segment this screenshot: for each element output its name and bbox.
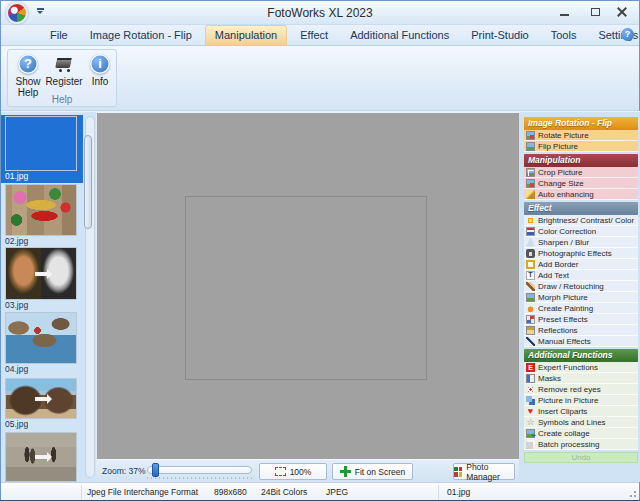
sidebar-scrollbar[interactable]	[85, 116, 95, 478]
insert-cliparts-icon	[526, 407, 535, 416]
undo-button[interactable]: Undo	[524, 452, 638, 463]
fit-on-screen-button[interactable]: Fit on Screen	[332, 463, 413, 480]
thumbnail-image-05	[5, 378, 77, 419]
panel-item-remove-red-eyes[interactable]: Remove red eyes	[524, 384, 638, 395]
before-after-arrow	[35, 272, 47, 276]
thumbnail-filename: 04.jpg	[5, 364, 83, 375]
panel-item-reflections[interactable]: Reflections	[524, 325, 638, 336]
menu-tab-bar: File Image Rotation - Flip Manipulation …	[1, 25, 639, 46]
status-separator	[438, 485, 439, 499]
app-window: FotoWorks XL 2023 File Image Rotation - …	[0, 0, 640, 501]
zoom-100-icon	[275, 467, 286, 476]
thumbnail-image-01	[5, 116, 77, 171]
tab-image-rotation-flip[interactable]: Image Rotation - Flip	[81, 26, 201, 45]
panel-item-insert-cliparts[interactable]: Insert Cliparts	[524, 406, 638, 417]
panel-item-draw-retouching[interactable]: Draw / Retouching	[524, 281, 638, 292]
minimize-icon	[560, 14, 569, 16]
section-header-manipulation: Manipulation	[524, 154, 638, 167]
panel-item-color-correction[interactable]: Color Correction	[524, 226, 638, 237]
thumbnail-item-03[interactable]: 03.jpg	[1, 246, 83, 312]
sidebar-scrollbar-thumb[interactable]	[84, 135, 92, 229]
panel-item-flip-picture[interactable]: Flip Picture	[524, 141, 638, 152]
status-file-type: JPEG	[326, 487, 348, 497]
panel-item-rotate-picture[interactable]: Rotate Picture	[524, 130, 638, 141]
before-after-arrow	[35, 397, 47, 401]
maximize-icon	[591, 8, 600, 16]
panel-item-brightness-contrast-color[interactable]: Brightness/ Contrast/ Color	[524, 215, 638, 226]
register-button[interactable]: Register	[46, 52, 82, 98]
picture-in-picture-icon	[526, 396, 535, 405]
panel-item-symbols-and-lines[interactable]: Symbols and Lines	[524, 417, 638, 428]
panel-item-manual-effects[interactable]: Manual Effects	[524, 336, 638, 347]
panel-item-add-text[interactable]: Add Text	[524, 270, 638, 281]
thumbnail-item-02[interactable]: 02.jpg	[1, 183, 83, 248]
tab-manipulation[interactable]: Manipulation	[205, 25, 287, 45]
fit-on-screen-icon	[340, 466, 351, 477]
tool-panel: Image Rotation - Flip Rotate Picture Fli…	[519, 111, 640, 482]
shopping-cart-icon	[53, 54, 75, 74]
zoom-level-label: Zoom: 37%	[102, 466, 145, 476]
create-painting-icon	[526, 304, 535, 313]
close-button[interactable]	[609, 4, 635, 20]
panel-item-morph-picture[interactable]: Morph Picture	[524, 292, 638, 303]
panel-item-add-border[interactable]: Add Border	[524, 259, 638, 270]
thumbnail-item-04[interactable]: 04.jpg	[1, 311, 83, 376]
tab-additional-functions[interactable]: Additional Functions	[341, 26, 458, 45]
thumbnail-image-06	[5, 432, 77, 482]
thumbnail-quadrant	[41, 117, 76, 144]
thumbnail-filename: 03.jpg	[5, 300, 83, 311]
sharpen-blur-icon	[526, 238, 535, 247]
tab-tools[interactable]: Tools	[542, 26, 586, 45]
close-icon	[617, 7, 627, 17]
show-help-button[interactable]: ? Show Help	[10, 52, 46, 98]
tab-file[interactable]: File	[41, 26, 77, 45]
edited-image-preview[interactable]	[186, 197, 426, 379]
thumbnail-item-05[interactable]: 05.jpg	[1, 377, 83, 431]
info-button[interactable]: i Info	[82, 52, 118, 98]
auto-enhancing-icon	[526, 190, 535, 199]
tab-effect[interactable]: Effect	[291, 26, 337, 45]
panel-item-masks[interactable]: Masks	[524, 373, 638, 384]
panel-item-crop-picture[interactable]: Crop Picture	[524, 167, 638, 178]
rotate-picture-icon	[526, 131, 535, 140]
before-after-arrow	[35, 455, 47, 459]
thumbnail-item-01[interactable]: 01.jpg	[1, 115, 83, 183]
panel-item-sharpen-blur[interactable]: Sharpen / Blur	[524, 237, 638, 248]
thumbnail-sidebar: 01.jpg 02.jpg 03.jpg 04.jpg 05.jpg	[1, 111, 96, 482]
preset-effects-icon	[526, 315, 535, 324]
section-header-additional-functions: Additional Functions	[524, 349, 638, 362]
brightness-icon	[526, 216, 535, 225]
help-icon[interactable]: ?	[621, 28, 634, 41]
thumbnail-image-03	[5, 247, 77, 300]
zoom-slider-thumb[interactable]	[152, 463, 159, 477]
minimize-button[interactable]	[551, 4, 577, 20]
photographic-effects-icon	[526, 249, 535, 258]
panel-item-create-painting[interactable]: Create Painting	[524, 303, 638, 314]
status-separator	[81, 485, 82, 499]
tab-print-studio[interactable]: Print-Studio	[462, 26, 537, 45]
panel-item-change-size[interactable]: Change Size	[524, 178, 638, 189]
panel-item-batch-processing[interactable]: Batch processing	[524, 439, 638, 450]
image-quadrant-bw-dark	[306, 197, 426, 288]
panel-item-photographic-effects[interactable]: Photographic Effects	[524, 248, 638, 259]
main-canvas[interactable]	[96, 111, 519, 459]
change-size-icon	[526, 179, 535, 188]
thumbnail-item-06[interactable]	[1, 431, 83, 482]
zoom-100-button[interactable]: 100%	[259, 463, 327, 480]
resize-grip[interactable]	[627, 488, 637, 498]
window-title: FotoWorks XL 2023	[1, 6, 639, 20]
panel-item-picture-in-picture[interactable]: Picture in Picture	[524, 395, 638, 406]
panel-item-expert-functions[interactable]: Expert Functions	[524, 362, 638, 373]
zoom-slider[interactable]	[147, 466, 252, 474]
panel-item-create-collage[interactable]: Create collage	[524, 428, 638, 439]
add-text-icon	[526, 271, 535, 280]
thumbnail-quadrant	[6, 144, 41, 171]
maximize-button[interactable]	[582, 4, 608, 20]
panel-item-auto-enhancing[interactable]: Auto enhancing	[524, 189, 638, 200]
masks-icon	[526, 374, 535, 383]
photo-manager-button[interactable]: Photo Manager	[453, 463, 515, 480]
panel-item-preset-effects[interactable]: Preset Effects	[524, 314, 638, 325]
image-quadrant-sepia	[306, 288, 426, 379]
section-header-image-rotation-flip: Image Rotation - Flip	[524, 117, 638, 130]
image-quadrant-bw-light	[186, 288, 306, 379]
